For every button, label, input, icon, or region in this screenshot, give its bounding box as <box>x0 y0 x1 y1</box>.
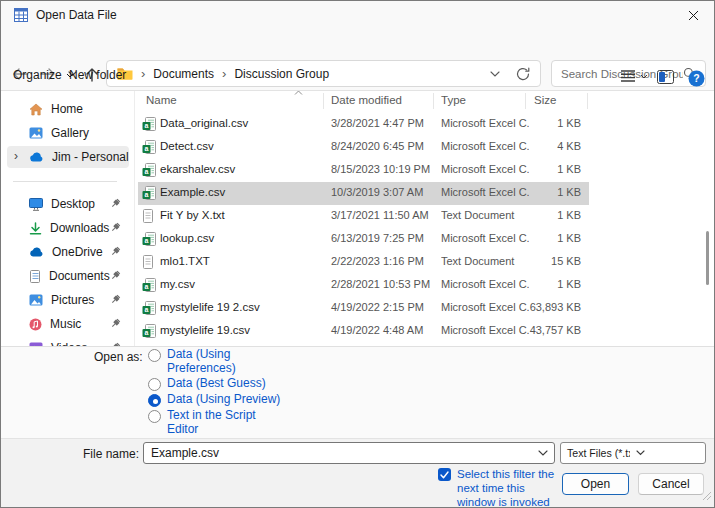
radio-text-in-script-editor[interactable]: Text in the Script Editor <box>148 409 288 436</box>
excel-csv-icon: a <box>142 140 156 158</box>
sidebar-separator <box>13 181 117 182</box>
table-row[interactable]: mlo1.TXT 2/22/2023 1:16 PM Text Document… <box>138 251 589 274</box>
file-name-combobox[interactable] <box>143 442 555 464</box>
excel-csv-file-icon: a <box>142 186 156 200</box>
table-row[interactable]: a lookup.csv 6/13/2019 7:25 PM Microsoft… <box>138 228 589 251</box>
table-row[interactable]: a Detect.csv 8/24/2020 6:45 PM Microsoft… <box>138 136 589 159</box>
text-file-icon <box>142 209 154 223</box>
file-size: 1 KB <box>488 232 581 244</box>
table-row[interactable]: a ekarshalev.csv 8/15/2023 10:19 PM Micr… <box>138 159 589 182</box>
window-title: Open Data File <box>36 1 117 29</box>
refresh-icon[interactable] <box>516 67 530 81</box>
organize-button[interactable]: Organize <box>13 68 74 82</box>
home-icon <box>29 103 43 116</box>
file-name: Example.csv <box>160 186 225 198</box>
table-row[interactable]: Fit Y by X.txt 3/17/2021 11:50 AM Text D… <box>138 205 589 228</box>
chevron-down-icon <box>636 450 645 456</box>
open-button[interactable]: Open <box>562 473 629 495</box>
pin-icon <box>110 198 121 209</box>
file-size: 1 KB <box>488 163 581 175</box>
vertical-scrollbar-thumb[interactable] <box>706 231 709 285</box>
column-header-date-modified[interactable]: Date modified <box>331 94 402 106</box>
radio-icon <box>148 349 161 362</box>
view-mode-button[interactable] <box>621 70 648 82</box>
breadcrumb-item-documents[interactable]: Documents <box>153 67 214 81</box>
file-type-filter-dropdown[interactable]: Text Files (*.txt;*.csv;*.dat;*.tsv) <box>560 442 706 464</box>
column-header-size[interactable]: Size <box>534 94 556 106</box>
table-row[interactable]: a my.csv 2/28/2021 10:53 PM Microsoft Ex… <box>138 274 589 297</box>
svg-text:a: a <box>144 283 148 290</box>
sidebar-item-music[interactable]: Music <box>7 313 129 335</box>
column-header-type[interactable]: Type <box>441 94 466 106</box>
text-doc-icon <box>142 255 154 273</box>
file-type-filter-value: Text Files (*.txt;*.csv;*.dat;*.tsv) <box>561 447 630 459</box>
new-folder-button[interactable]: New folder <box>69 68 126 82</box>
address-dropdown-icon[interactable] <box>490 71 500 77</box>
column-divider[interactable] <box>587 93 588 109</box>
file-size: 1 KB <box>488 278 581 290</box>
radio-data-best-guess[interactable]: Data (Best Guess) <box>148 377 266 391</box>
radio-icon <box>148 378 161 391</box>
svg-text:a: a <box>144 145 148 152</box>
file-name: ekarshalev.csv <box>160 163 235 175</box>
sidebar-item-jim-personal[interactable]: › Jim - Personal <box>7 146 129 168</box>
breadcrumb-separator: › <box>222 66 226 81</box>
sidebar-item-gallery[interactable]: Gallery <box>7 122 129 144</box>
resize-grip[interactable] <box>702 487 712 505</box>
column-divider[interactable] <box>323 93 324 109</box>
file-name: my.csv <box>160 278 195 290</box>
file-date-modified: 10/3/2019 3:07 AM <box>331 186 423 198</box>
remember-filter-checkbox[interactable] <box>438 468 451 481</box>
radio-data-using-preview[interactable]: Data (Using Preview) <box>148 393 280 407</box>
breadcrumb[interactable]: › Documents › Discussion Group <box>106 60 541 87</box>
excel-csv-icon: a <box>142 301 156 319</box>
pin-icon <box>110 294 121 305</box>
table-row[interactable]: a mystylelife 19.csv 4/19/2022 4:48 AM M… <box>138 320 589 343</box>
text-file-icon <box>142 255 154 269</box>
excel-csv-file-icon: a <box>142 301 156 315</box>
radio-icon <box>148 410 161 423</box>
onedrive-cloud-icon <box>29 152 44 162</box>
breadcrumb-item-discussion-group[interactable]: Discussion Group <box>234 67 329 81</box>
text-doc-icon <box>142 209 154 227</box>
column-divider[interactable] <box>525 93 526 109</box>
cancel-button[interactable]: Cancel <box>638 473 704 495</box>
excel-csv-file-icon: a <box>142 232 156 246</box>
preview-pane-button[interactable] <box>657 70 674 84</box>
excel-csv-icon: a <box>142 163 156 181</box>
sidebar-item-onedrive[interactable]: OneDrive <box>7 241 129 263</box>
file-name: Data_original.csv <box>160 117 248 129</box>
table-row[interactable]: a Data_original.csv 3/28/2021 4:47 PM Mi… <box>138 113 589 136</box>
excel-csv-icon: a <box>142 186 156 204</box>
expand-chevron-icon[interactable]: › <box>14 149 18 163</box>
chevron-down-icon[interactable] <box>538 450 548 456</box>
excel-csv-icon: a <box>142 278 156 296</box>
file-name: mystylelife 19.csv <box>160 324 250 336</box>
file-date-modified: 2/28/2021 10:53 PM <box>331 278 430 290</box>
close-button[interactable] <box>672 1 714 29</box>
data-table-app-icon <box>14 8 28 26</box>
sidebar-item-home[interactable]: Home <box>7 98 129 120</box>
open-data-file-dialog: Open Data File › Documents › Discussion … <box>0 0 715 508</box>
excel-csv-file-icon: a <box>142 324 156 338</box>
onedrive-cloud-icon <box>29 247 44 257</box>
sidebar-item-desktop[interactable]: Desktop <box>7 193 129 215</box>
excel-csv-file-icon: a <box>142 140 156 154</box>
radio-data-using-preferences[interactable]: Data (Using Preferences) <box>148 348 288 375</box>
file-name-input[interactable] <box>144 446 536 460</box>
remember-filter-label: Select this filter the next time this wi… <box>457 467 561 508</box>
sidebar-item-downloads[interactable]: Downloads <box>7 217 129 239</box>
table-row[interactable]: a mystylelife 19 2.csv 4/19/2022 2:15 PM… <box>138 297 589 320</box>
sidebar-item-documents[interactable]: Documents <box>7 265 129 287</box>
sidebar-item-pictures[interactable]: Pictures <box>7 289 129 311</box>
file-name: Fit Y by X.txt <box>160 209 225 221</box>
column-divider[interactable] <box>433 93 434 109</box>
breadcrumb-separator: › <box>141 66 145 81</box>
file-size: 4 KB <box>488 140 581 152</box>
help-button[interactable]: ? <box>688 70 705 87</box>
column-header-name[interactable]: Name <box>146 94 177 106</box>
excel-csv-file-icon: a <box>142 163 156 177</box>
checkmark-icon <box>440 471 449 479</box>
svg-text:a: a <box>144 191 148 198</box>
table-row[interactable]: a Example.csv 10/3/2019 3:07 AM Microsof… <box>138 182 589 205</box>
